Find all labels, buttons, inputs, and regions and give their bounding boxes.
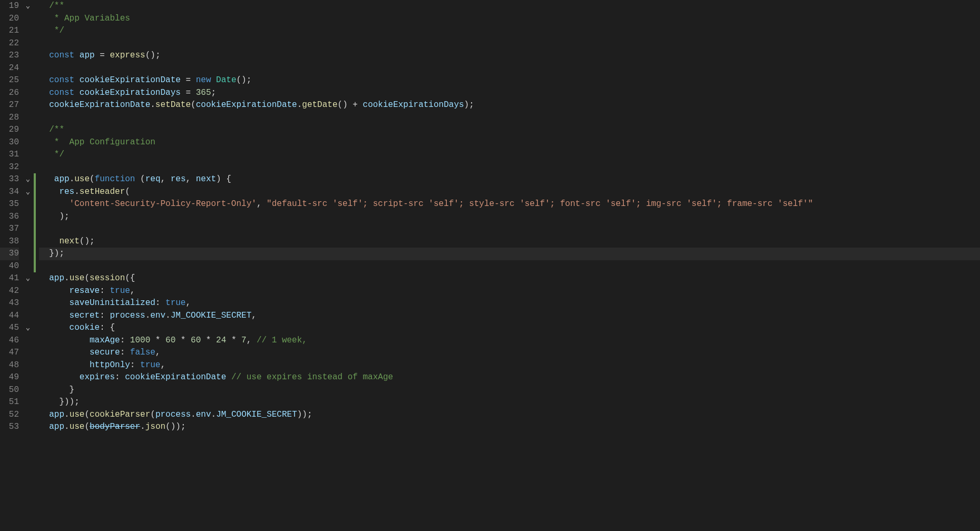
code-line[interactable]: } [39,384,980,397]
code-line[interactable]: resave: true, [39,285,980,298]
code-line[interactable] [39,161,980,174]
line-number[interactable]: 28 [0,112,19,124]
code-token: . [145,311,151,320]
fold-toggle-icon[interactable]: ⌄ [22,272,34,285]
line-number[interactable]: 35 [0,198,19,211]
code-line[interactable]: /** [39,124,980,136]
line-number[interactable]: 24 [0,62,19,75]
code-line[interactable] [39,37,980,50]
line-number[interactable]: 26 [0,87,19,100]
code-line[interactable]: const cookieExpirationDate = new Date(); [39,74,980,87]
line-number[interactable]: 23 [0,50,19,62]
fold-toggle-icon[interactable]: ⌄ [22,186,34,199]
line-number[interactable]: 32 [0,161,19,174]
code-line[interactable]: next(); [39,235,980,248]
line-number[interactable]: 33 [0,173,19,186]
line-number[interactable]: 40 [0,260,19,273]
fold-placeholder [22,13,34,25]
line-number[interactable]: 43 [0,297,19,310]
line-number[interactable]: 36 [0,211,19,223]
code-line[interactable]: * App Variables [39,13,980,25]
code-line[interactable]: maxAge: 1000 * 60 * 60 * 24 * 7, // 1 we… [39,335,980,347]
code-line[interactable]: app.use(cookieParser(process.env.JM_COOK… [39,409,980,421]
code-line[interactable]: expires: cookieExpirationDate // use exp… [39,371,980,384]
fold-toggle-icon[interactable]: ⌄ [22,322,34,335]
line-number[interactable]: 42 [0,285,19,298]
code-line[interactable]: 'Content-Security-Policy-Report-Only', "… [39,198,980,211]
line-number[interactable]: 27 [0,99,19,112]
code-line[interactable]: secure: false, [39,347,980,359]
line-number[interactable]: 44 [0,310,19,322]
line-number[interactable]: 38 [0,235,19,248]
line-number[interactable]: 53 [0,421,19,434]
line-number[interactable]: 39 [0,248,19,260]
code-editor[interactable]: 1920212223242526272829303132333435363738… [0,0,980,434]
fold-toggle-icon[interactable]: ⌄ [22,173,34,186]
line-number[interactable]: 21 [0,25,19,37]
line-number[interactable]: 50 [0,384,19,397]
code-line[interactable]: * App Configuration [39,136,980,149]
code-token: cookieParser [90,410,150,419]
line-number[interactable]: 51 [0,396,19,409]
line-number[interactable]: 30 [0,136,19,149]
code-line[interactable]: */ [39,25,980,37]
line-number[interactable]: 52 [0,409,19,421]
fold-placeholder [22,248,34,260]
code-line[interactable]: httpOnly: true, [39,359,980,372]
code-token: , [251,311,257,320]
code-line[interactable]: app.use(session({ [39,272,980,285]
line-number[interactable]: 37 [0,223,19,235]
code-token: // 1 week, [257,336,307,345]
code-line[interactable]: ); [39,211,980,223]
code-token: ()); [165,422,185,431]
code-line[interactable]: const cookieExpirationDays = 365; [39,87,980,100]
code-line[interactable]: res.setHeader( [39,186,980,199]
code-line[interactable]: }); [39,248,980,260]
line-number[interactable]: 19 [0,0,19,13]
code-token [39,372,80,382]
code-token: next [196,174,216,184]
code-line[interactable] [39,260,980,273]
code-line[interactable]: cookieExpirationDate.setDate(cookieExpir… [39,99,980,112]
code-token: , [257,199,267,209]
line-number[interactable]: 31 [0,149,19,161]
code-line[interactable] [39,223,980,235]
code-token: : [120,336,130,345]
code-token: : [100,286,110,296]
code-token: . [74,187,80,196]
line-number[interactable]: 25 [0,74,19,87]
line-number[interactable]: 49 [0,371,19,384]
code-line[interactable]: })); [39,396,980,409]
code-token [39,150,54,159]
code-line[interactable]: cookie: { [39,322,980,335]
fold-gutter[interactable]: ⌄⌄⌄⌄⌄ [22,0,34,434]
code-line[interactable]: const app = express(); [39,50,980,62]
line-number[interactable]: 48 [0,359,19,372]
line-number[interactable]: 34 [0,186,19,199]
line-number[interactable]: 45 [0,322,19,335]
code-line[interactable]: saveUninitialized: true, [39,297,980,310]
code-line[interactable] [39,112,980,124]
code-token [39,323,70,332]
code-line[interactable]: app.use(function (req, res, next) { [39,173,980,186]
code-line[interactable] [39,62,980,75]
fold-placeholder [22,359,34,372]
line-number[interactable]: 47 [0,347,19,359]
fold-placeholder [22,371,34,384]
code-line[interactable]: /** [39,0,980,13]
fold-placeholder [22,136,34,149]
line-number-gutter[interactable]: 1920212223242526272829303132333435363738… [0,0,22,434]
code-line[interactable]: secret: process.env.JM_COOKIE_SECRET, [39,310,980,322]
code-token: ; [211,88,216,97]
fold-toggle-icon[interactable]: ⌄ [22,0,34,13]
line-number[interactable]: 41 [0,272,19,285]
line-number[interactable]: 46 [0,335,19,347]
code-token: app [49,410,64,419]
line-number[interactable]: 29 [0,124,19,136]
code-content[interactable]: /** * App Variables */ const app = expre… [36,0,980,434]
code-line[interactable]: app.use(bodyParser.json()); [39,421,980,434]
code-token [39,273,49,283]
code-line[interactable]: */ [39,149,980,161]
line-number[interactable]: 20 [0,13,19,25]
line-number[interactable]: 22 [0,37,19,50]
